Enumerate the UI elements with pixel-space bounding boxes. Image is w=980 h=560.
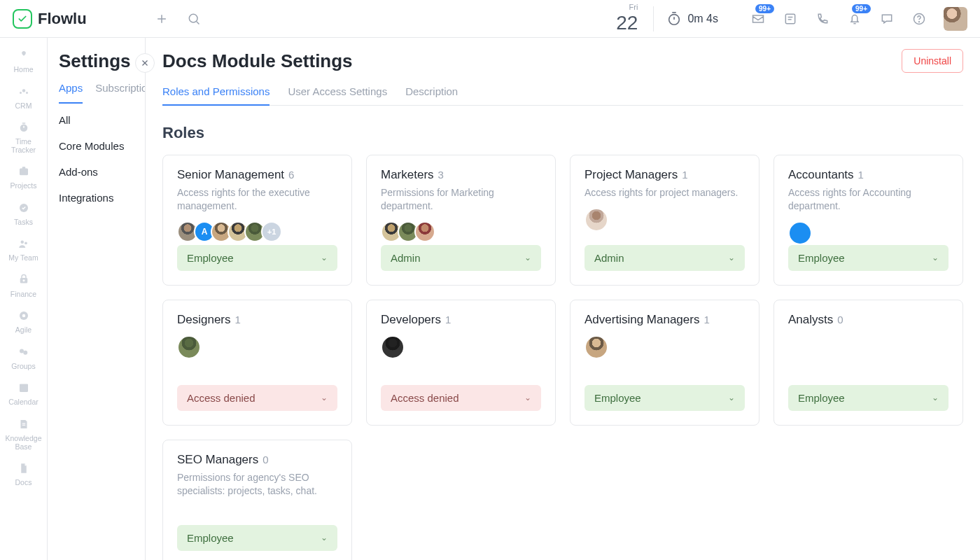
date-display[interactable]: Fri 22 bbox=[616, 3, 638, 34]
settings-menu-integrations[interactable]: Integrations bbox=[59, 192, 134, 204]
chat-button[interactable] bbox=[875, 7, 899, 31]
avatar[interactable] bbox=[788, 221, 812, 245]
tab-description[interactable]: Description bbox=[405, 78, 458, 105]
inbox-badge: 99+ bbox=[755, 4, 774, 13]
close-settings-button[interactable] bbox=[135, 53, 155, 73]
rail-item-tasks[interactable]: Tasks bbox=[3, 197, 45, 230]
role-card: Developers 1Access denied⌄ bbox=[366, 300, 556, 426]
role-count: 6 bbox=[288, 169, 294, 181]
chevron-down-icon: ⌄ bbox=[932, 393, 939, 402]
role-title: Project Managers 1 bbox=[584, 168, 745, 182]
role-permission-select[interactable]: Access denied⌄ bbox=[381, 385, 541, 411]
rail-item-label: Docs bbox=[15, 479, 32, 487]
role-name: Designers bbox=[177, 313, 231, 327]
timer[interactable]: 0m 4s bbox=[666, 11, 718, 27]
role-title: Developers 1 bbox=[381, 313, 541, 327]
role-name: SEO Managers bbox=[177, 453, 258, 467]
avatar[interactable] bbox=[414, 221, 435, 242]
avatar-more[interactable]: +1 bbox=[261, 221, 282, 242]
tab-user-access-settings[interactable]: User Access Settings bbox=[288, 78, 387, 105]
svg-rect-7 bbox=[785, 14, 794, 23]
rail-item-groups[interactable]: Groups bbox=[3, 342, 45, 374]
chevron-down-icon: ⌄ bbox=[321, 393, 328, 402]
avatar[interactable] bbox=[177, 335, 201, 359]
role-description: Permissions for agency's SEO specialists… bbox=[177, 471, 337, 498]
avatar[interactable] bbox=[381, 335, 405, 359]
search-button[interactable] bbox=[182, 7, 206, 31]
rail-item-label: Projects bbox=[10, 182, 37, 190]
rail-item-finance[interactable]: Finance bbox=[3, 270, 45, 302]
time-tracker-icon bbox=[16, 120, 31, 135]
role-avatars: A+1 bbox=[177, 221, 337, 242]
role-permission-select[interactable]: Employee⌄ bbox=[584, 385, 745, 411]
role-permission-select[interactable]: Access denied⌄ bbox=[177, 385, 337, 411]
svg-rect-20 bbox=[22, 167, 25, 169]
svg-rect-32 bbox=[22, 424, 25, 424]
svg-point-14 bbox=[20, 92, 22, 94]
role-card: Analysts 0Employee⌄ bbox=[774, 300, 963, 426]
role-permission-select[interactable]: Employee⌄ bbox=[177, 245, 337, 271]
rail-item-knowledge-base[interactable]: Knowledge Base bbox=[3, 414, 45, 454]
role-count: 0 bbox=[837, 314, 843, 326]
tab-roles-and-permissions[interactable]: Roles and Permissions bbox=[162, 78, 270, 106]
settings-menu-add-ons[interactable]: Add-ons bbox=[59, 166, 134, 178]
settings-tab-apps[interactable]: Apps bbox=[59, 82, 83, 104]
my-team-icon bbox=[16, 236, 31, 251]
settings-tab-subscription[interactable]: Subscription bbox=[95, 82, 145, 104]
role-avatars bbox=[788, 221, 948, 245]
phone-button[interactable] bbox=[811, 7, 834, 31]
help-button[interactable] bbox=[907, 7, 931, 31]
svg-rect-18 bbox=[22, 122, 25, 124]
role-name: Project Managers bbox=[584, 168, 678, 182]
role-permission-label: Employee bbox=[594, 392, 641, 404]
rail-item-label: Tasks bbox=[14, 218, 33, 227]
chevron-down-icon: ⌄ bbox=[728, 393, 735, 402]
notes-button[interactable] bbox=[778, 7, 802, 31]
home-icon bbox=[16, 48, 31, 63]
role-avatars bbox=[381, 335, 541, 359]
settings-menu-all[interactable]: All bbox=[59, 114, 134, 126]
role-permission-select[interactable]: Admin⌄ bbox=[584, 245, 745, 271]
inbox-button[interactable]: 99+ bbox=[746, 7, 770, 31]
role-count: 1 bbox=[445, 314, 451, 326]
content-tabs: Roles and PermissionsUser Access Setting… bbox=[162, 78, 963, 106]
svg-point-12 bbox=[919, 21, 920, 22]
rail-item-agile[interactable]: Agile bbox=[3, 305, 45, 337]
brand[interactable]: Flowlu bbox=[13, 9, 87, 29]
role-permission-select[interactable]: Employee⌄ bbox=[788, 385, 948, 411]
rail-item-calendar[interactable]: Calendar bbox=[3, 377, 45, 410]
role-permission-select[interactable]: Admin⌄ bbox=[381, 245, 541, 271]
settings-panel: Settings AppsSubscription AllCore Module… bbox=[48, 38, 146, 560]
user-avatar[interactable] bbox=[944, 7, 967, 31]
role-permission-select[interactable]: Employee⌄ bbox=[177, 525, 337, 551]
date-number: 22 bbox=[616, 12, 638, 34]
svg-rect-33 bbox=[22, 425, 25, 426]
role-card: Accountants 1Access rights for Accountin… bbox=[774, 155, 963, 286]
main-content: Docs Module Settings Uninstall Roles and… bbox=[146, 38, 980, 560]
role-name: Analysts bbox=[788, 313, 833, 327]
nav-rail: HomeCRMTime TrackerProjectsTasksMy TeamF… bbox=[0, 38, 48, 560]
rail-item-home[interactable]: Home bbox=[3, 45, 45, 77]
notifications-button[interactable]: 99+ bbox=[843, 7, 867, 31]
settings-menu-core-modules[interactable]: Core Modules bbox=[59, 140, 134, 152]
rail-item-crm[interactable]: CRM bbox=[3, 81, 45, 113]
role-permission-label: Access denied bbox=[391, 392, 459, 404]
finance-icon bbox=[16, 272, 31, 288]
add-button[interactable] bbox=[150, 7, 174, 31]
rail-item-docs[interactable]: Docs bbox=[3, 458, 45, 490]
rail-item-time-tracker[interactable]: Time Tracker bbox=[3, 117, 45, 157]
role-count: 0 bbox=[262, 454, 268, 465]
avatar[interactable] bbox=[584, 208, 608, 232]
role-permission-select[interactable]: Employee⌄ bbox=[788, 245, 948, 271]
roles-grid: Senior Management 6Access rights for the… bbox=[162, 155, 963, 560]
calendar-icon bbox=[16, 380, 31, 396]
role-title: Analysts 0 bbox=[788, 313, 948, 327]
rail-item-projects[interactable]: Projects bbox=[3, 161, 45, 193]
role-description: Access rights for Accounting department. bbox=[788, 186, 948, 213]
rail-item-my-team[interactable]: My Team bbox=[3, 233, 45, 265]
uninstall-button[interactable]: Uninstall bbox=[902, 49, 963, 73]
svg-rect-31 bbox=[20, 384, 28, 386]
avatar[interactable] bbox=[584, 335, 608, 359]
svg-line-3 bbox=[196, 21, 199, 24]
role-card: Project Managers 1Access rights for proj… bbox=[570, 155, 760, 286]
